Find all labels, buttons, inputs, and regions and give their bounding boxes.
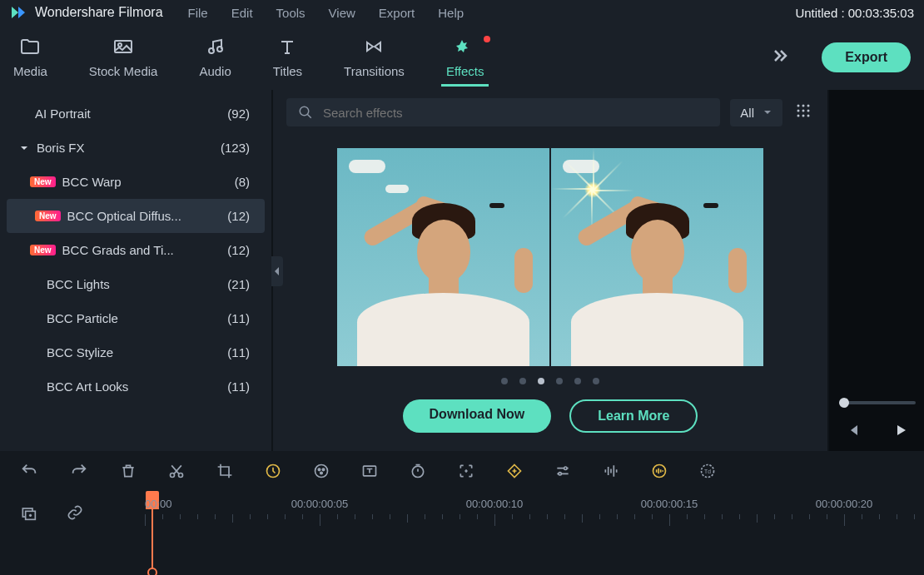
svg-point-8 — [797, 110, 800, 112]
sidebar-item-count: (92) — [227, 107, 250, 121]
sidebar-item-count: (11) — [227, 311, 250, 325]
menu-help[interactable]: Help — [438, 6, 464, 20]
nav-tab-label: Titles — [273, 64, 302, 78]
timeline-label: 00:00 — [145, 498, 172, 510]
timeline-label: 00:00:00:15 — [641, 498, 698, 510]
keyframe-focus-icon[interactable] — [458, 463, 474, 479]
sidebar-item[interactable]: Boris FX(123) — [0, 131, 271, 165]
sidebar-item[interactable]: NewBCC Optical Diffus...(12) — [7, 199, 265, 233]
color-icon[interactable] — [313, 463, 330, 479]
menu-tools[interactable]: Tools — [276, 6, 306, 20]
timeline-label: 00:00:00:05 — [291, 498, 349, 510]
svg-point-10 — [807, 110, 810, 112]
svg-point-17 — [315, 465, 328, 478]
sidebar-item[interactable]: BCC Particle(11) — [0, 301, 271, 335]
sidebar-item-label: BCC Grads and Ti... — [62, 243, 174, 257]
svg-point-12 — [802, 115, 805, 117]
speed-icon[interactable] — [265, 463, 281, 479]
stock-media-icon — [112, 37, 134, 59]
timeline-ruler[interactable]: 00:0000:00:00:0500:00:00:1000:00:00:1500… — [142, 491, 924, 575]
pager-dot[interactable] — [519, 378, 526, 384]
audio-eq-icon[interactable] — [603, 463, 619, 479]
sidebar-item[interactable]: BCC Stylize(11) — [0, 335, 271, 369]
effects-content: All Download Now Learn More — [271, 90, 827, 451]
timeline[interactable]: 00:0000:00:00:0500:00:00:1000:00:00:1500… — [0, 491, 924, 575]
undo-icon[interactable] — [20, 462, 38, 480]
delete-icon[interactable] — [120, 463, 137, 479]
pager-dot[interactable] — [574, 378, 581, 384]
search-icon — [298, 105, 313, 120]
sidebar-item[interactable]: BCC Lights(21) — [0, 267, 271, 301]
pager-dot[interactable] — [593, 378, 599, 384]
play-icon[interactable] — [893, 423, 908, 441]
add-track-icon[interactable] — [20, 504, 37, 521]
svg-point-11 — [797, 115, 800, 117]
nav-tab-label: Transitions — [344, 64, 405, 78]
crop-icon[interactable] — [216, 463, 233, 479]
pager-dot[interactable] — [538, 378, 544, 384]
sidebar-item[interactable]: BCC Art Looks(11) — [0, 369, 271, 404]
search-input[interactable] — [323, 106, 708, 120]
nav-tab-label: Stock Media — [89, 64, 158, 78]
grid-view-icon[interactable] — [792, 100, 814, 125]
search-effects-box[interactable] — [286, 98, 720, 126]
redo-icon[interactable] — [70, 462, 88, 480]
link-icon[interactable] — [67, 504, 83, 521]
svg-point-13 — [807, 115, 810, 117]
menu-view[interactable]: View — [329, 6, 355, 20]
menu-bar: FileEditToolsViewExportHelp — [188, 6, 464, 20]
new-badge: New — [30, 245, 56, 255]
nav-tab-titles[interactable]: Titles — [273, 37, 302, 78]
preview-slider[interactable] — [839, 401, 916, 404]
sidebar-item[interactable]: AI Portrait(92) — [0, 97, 271, 131]
svg-point-5 — [797, 105, 800, 107]
nav-tab-effects[interactable]: Effects — [446, 37, 484, 78]
sidebar-item-label: Boris FX — [37, 141, 85, 155]
svg-point-22 — [412, 466, 423, 477]
audio-sync-icon[interactable] — [651, 463, 668, 479]
step-back-icon[interactable] — [846, 423, 861, 441]
download-now-button[interactable]: Download Now — [403, 399, 552, 433]
learn-more-button[interactable]: Learn More — [569, 399, 698, 433]
svg-point-9 — [802, 110, 805, 112]
menu-export[interactable]: Export — [379, 6, 415, 20]
sidebar-item[interactable]: NewBCC Warp(8) — [0, 165, 271, 199]
top-menubar: Wondershare Filmora FileEditToolsViewExp… — [0, 0, 924, 25]
svg-point-2 — [209, 48, 214, 53]
svg-point-1 — [118, 43, 122, 47]
nav-tab-audio[interactable]: Audio — [199, 37, 231, 78]
svg-point-6 — [802, 105, 805, 107]
export-button[interactable]: Export — [822, 42, 911, 72]
svg-point-7 — [807, 105, 810, 107]
sidebar-item[interactable]: NewBCC Grads and Ti...(12) — [0, 233, 271, 267]
text-overlay-icon[interactable] — [361, 463, 378, 479]
transitions-icon — [364, 37, 384, 59]
timer-icon[interactable] — [410, 463, 426, 479]
collapse-sidebar-handle[interactable] — [271, 256, 283, 286]
project-title: Untitled : 00:03:35:03 — [795, 6, 914, 20]
filter-dropdown[interactable]: All — [730, 99, 782, 126]
text-duration-icon[interactable]: Td — [699, 463, 716, 479]
menu-file[interactable]: File — [188, 6, 208, 20]
svg-point-19 — [322, 468, 325, 471]
effects-icon — [455, 37, 475, 59]
carousel-pager — [273, 378, 827, 384]
pager-dot[interactable] — [501, 378, 508, 384]
main-area: AI Portrait(92)Boris FX(123)NewBCC Warp(… — [0, 90, 924, 451]
nav-tab-stock-media[interactable]: Stock Media — [89, 37, 158, 78]
pager-dot[interactable] — [556, 378, 563, 384]
more-tabs-icon[interactable] — [770, 46, 790, 69]
keyframe-add-icon[interactable] — [506, 463, 523, 479]
timeline-label: 00:00:00:10 — [466, 498, 524, 510]
svg-point-18 — [318, 468, 320, 471]
sidebar-item-count: (11) — [227, 379, 250, 394]
svg-point-3 — [217, 47, 222, 52]
nav-tab-media[interactable]: Media — [13, 37, 47, 78]
adjust-icon[interactable] — [554, 463, 571, 479]
nav-tab-transitions[interactable]: Transitions — [344, 37, 405, 78]
cut-icon[interactable] — [168, 463, 185, 479]
effects-sidebar[interactable]: AI Portrait(92)Boris FX(123)NewBCC Warp(… — [0, 90, 271, 451]
nav-tab-label: Audio — [199, 64, 231, 78]
menu-edit[interactable]: Edit — [231, 6, 253, 20]
timeline-label: 00:00:00:20 — [816, 498, 873, 510]
